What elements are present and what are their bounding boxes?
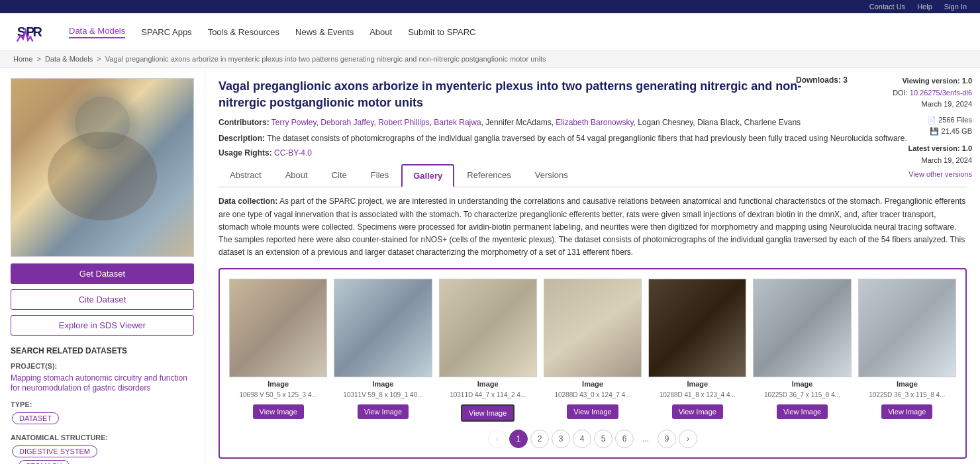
page-btn-5[interactable]: 5 <box>594 430 612 448</box>
usage-link[interactable]: CC-BY-4.0 <box>274 148 312 158</box>
project-link[interactable]: Mapping stomach autonomic circuitry and … <box>11 373 187 393</box>
gallery-thumb-7 <box>858 279 956 377</box>
latest-version-label: Latest version: 1.0 <box>893 143 972 155</box>
viewing-version-label: Viewing version: 1.0 <box>893 75 972 87</box>
gallery-thumb-2 <box>334 279 432 377</box>
version-box: Viewing version: 1.0 DOI: 10.26275/3enfs… <box>893 75 972 181</box>
view-image-btn-1[interactable]: View Image <box>253 404 304 419</box>
files-line: 📄 2566 Files <box>893 115 972 126</box>
contributor-elizabeth[interactable]: Elizabeth Baronowsky <box>556 118 633 127</box>
doi-link[interactable]: 10.26275/3enfs-dl6 <box>910 89 972 97</box>
gallery-item-2: Image 10311V 59_8 x 109_1 40... View Ima… <box>334 279 432 421</box>
contributor-jennifer: Jennifer McAdams, <box>485 118 556 127</box>
view-image-btn-7[interactable]: View Image <box>881 404 932 419</box>
files-size: 21.45 GB <box>942 127 972 135</box>
size-line: 💾 21.45 GB <box>893 126 972 138</box>
view-image-btn-6[interactable]: View Image <box>777 404 828 419</box>
main-layout: Get Dataset Cite Dataset Explore in SDS … <box>0 68 980 464</box>
page-next-btn[interactable]: › <box>679 430 697 448</box>
view-image-btn-5[interactable]: View Image <box>672 404 723 419</box>
page-ellipsis: ... <box>636 430 655 448</box>
contributor-others: Logan Chesney, Diana Black, Charlene Eva… <box>638 118 801 127</box>
logo[interactable]: SP RC <box>16 19 42 45</box>
usage-line: Usage Rights: CC-BY-4.0 <box>219 148 967 158</box>
gallery-label-4: Image <box>582 380 603 388</box>
nav-data-models[interactable]: Data & Models <box>69 26 125 38</box>
gallery-item-6: Image 10225D 36_7 x 115_8 4... View Imag… <box>753 279 851 421</box>
gallery-grid: Image 10698 V 50_5 x 125_3 4... View Ima… <box>229 279 956 421</box>
page-btn-9[interactable]: 9 <box>658 430 676 448</box>
tab-cite[interactable]: Cite <box>320 164 358 187</box>
anatomical-tags: DIGESTIVE SYSTEM STOMACH <box>11 444 194 464</box>
nav-submit[interactable]: Submit to SPARC <box>408 27 475 37</box>
page-btn-6[interactable]: 6 <box>615 430 634 448</box>
help-link[interactable]: Help <box>917 3 932 11</box>
doi-prefix: DOI: <box>893 89 910 97</box>
tab-gallery[interactable]: Gallery <box>401 164 454 187</box>
page-btn-2[interactable]: 2 <box>530 430 549 448</box>
tab-abstract[interactable]: Abstract <box>219 164 273 187</box>
storage-icon: 💾 <box>930 127 941 135</box>
gallery-thumb-1 <box>229 279 327 377</box>
gallery-label-7: Image <box>897 380 918 388</box>
gallery-filename-7: 10225D 36_3 x 115_8 4... <box>869 391 945 399</box>
nav-sparc-apps[interactable]: SPARC Apps <box>141 27 191 37</box>
tabs: Abstract About Cite Files Gallery Refere… <box>219 164 967 187</box>
page-btn-3[interactable]: 3 <box>552 430 570 448</box>
nav-news-events[interactable]: News & Events <box>295 27 354 37</box>
main-nav: SP RC Data & Models SPARC Apps Tools & R… <box>0 13 980 51</box>
view-image-btn-3[interactable]: View Image <box>461 404 514 422</box>
tab-versions[interactable]: Versions <box>524 164 579 187</box>
anatomical-label: ANATOMICAL STRUCTURE: <box>11 434 194 441</box>
gallery-filename-4: 10288D 43_0 x 124_7 4... <box>554 391 630 399</box>
nav-about[interactable]: About <box>369 27 392 37</box>
type-label: TYPE: <box>11 400 194 408</box>
explore-sds-button[interactable]: Explore in SDS Viewer <box>11 315 194 336</box>
contributor-robert-phillips[interactable]: Robert Phillips <box>378 118 429 127</box>
contributors-label: Contributors: <box>219 118 270 127</box>
page-btn-1[interactable]: 1 <box>509 430 528 448</box>
sign-in-link[interactable]: Sign In <box>944 3 967 11</box>
breadcrumb: Home > Data & Models > Vagal preganglion… <box>0 51 980 68</box>
description-line: Description: The dataset consists of pho… <box>219 132 967 144</box>
page-btn-4[interactable]: 4 <box>573 430 591 448</box>
contributor-deborah-jaffey[interactable]: Deborah Jaffey <box>320 118 373 127</box>
breadcrumb-home[interactable]: Home <box>13 55 32 63</box>
view-image-btn-4[interactable]: View Image <box>567 404 618 419</box>
contributor-bartek-rajwa[interactable]: Bartek Rajwa <box>434 118 481 127</box>
usage-label: Usage Rights: <box>219 148 272 158</box>
left-panel: Get Dataset Cite Dataset Explore in SDS … <box>0 68 205 464</box>
gallery-label-6: Image <box>792 380 813 388</box>
gallery-filename-6: 10225D 36_7 x 115_8 4... <box>764 391 840 399</box>
contact-us-link[interactable]: Contact Us <box>869 3 905 11</box>
cite-dataset-button[interactable]: Cite Dataset <box>11 289 194 310</box>
description-text: The dataset consists of photomicrographs… <box>267 134 907 143</box>
gallery-item-1: Image 10698 V 50_5 x 125_3 4... View Ima… <box>229 279 327 421</box>
gallery-filename-3: 10311D 44_7 x 114_2 4... <box>450 391 526 399</box>
tab-references[interactable]: References <box>456 164 522 187</box>
type-tag[interactable]: DATASET <box>12 412 59 424</box>
dataset-image <box>11 78 194 257</box>
gallery-description-label: Data collection: <box>219 197 277 206</box>
svg-text:RC: RC <box>32 24 42 39</box>
gallery-description-text: As part of the SPARC project, we are int… <box>219 197 965 257</box>
breadcrumb-section[interactable]: Data & Models <box>45 55 93 63</box>
pagination: ‹ 1 2 3 4 5 6 ... 9 › <box>229 430 956 448</box>
gallery-thumb-3 <box>439 279 537 377</box>
get-dataset-button[interactable]: Get Dataset <box>11 263 194 284</box>
tab-files[interactable]: Files <box>360 164 400 187</box>
view-other-versions-link[interactable]: View other versions <box>908 170 972 178</box>
view-image-btn-2[interactable]: View Image <box>358 404 409 419</box>
gallery-thumb-5 <box>648 279 746 377</box>
nav-links: Data & Models SPARC Apps Tools & Resourc… <box>69 26 476 38</box>
tag-stomach[interactable]: STOMACH <box>19 460 70 464</box>
tab-about[interactable]: About <box>274 164 319 187</box>
contributor-terry-powley[interactable]: Terry Powley <box>271 118 317 127</box>
gallery-label-3: Image <box>477 380 499 388</box>
tag-digestive-system[interactable]: DIGESTIVE SYSTEM <box>12 445 97 457</box>
contributors-line: Contributors: Terry Powley, Deborah Jaff… <box>219 118 967 127</box>
nav-tools-resources[interactable]: Tools & Resources <box>208 27 279 37</box>
page-prev-btn[interactable]: ‹ <box>488 430 507 448</box>
gallery-label-2: Image <box>373 380 394 388</box>
gallery-item-5: Image 10288D 41_8 x 123_4 4... View Imag… <box>648 279 746 421</box>
